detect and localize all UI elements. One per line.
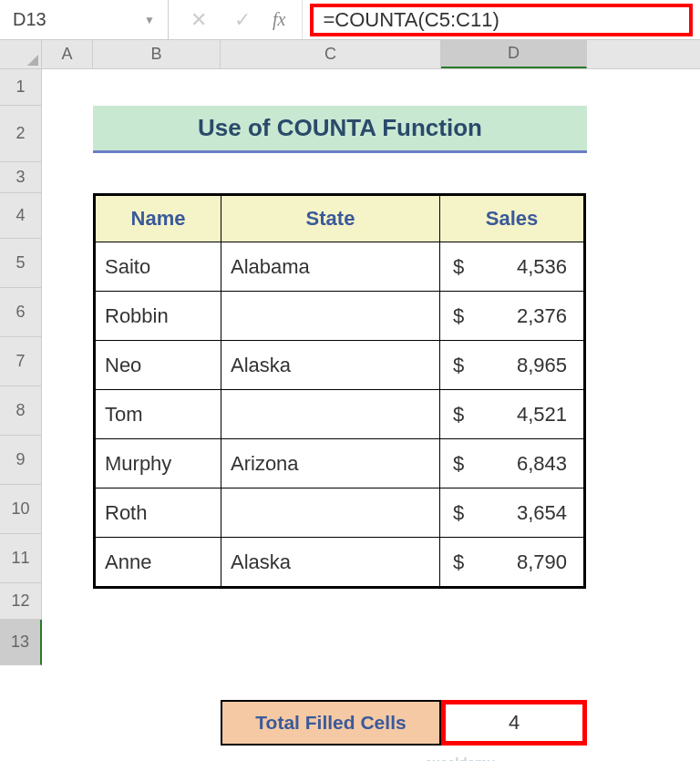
currency-symbol: $ (449, 452, 464, 476)
currency-symbol: $ (449, 501, 464, 525)
row-header-6[interactable]: 6 (0, 288, 42, 337)
table-row: Tom$4,521 (96, 390, 584, 439)
column-header-b[interactable]: B (93, 40, 221, 68)
currency-symbol: $ (449, 550, 464, 574)
column-header-c[interactable]: C (221, 40, 441, 68)
cell-sales[interactable]: $2,376 (440, 292, 584, 341)
formula-controls: ✕ ✓ fx (169, 0, 303, 39)
sales-amount: 8,790 (517, 550, 574, 574)
row-header-3[interactable]: 3 (0, 162, 42, 193)
cell-state[interactable]: Alaska (221, 341, 440, 390)
header-state[interactable]: State (221, 196, 440, 242)
header-name[interactable]: Name (96, 196, 221, 242)
cell-sales[interactable]: $8,790 (440, 538, 584, 587)
formula-bar: D13 ▼ ✕ ✓ fx =COUNTA(C5:C11) (0, 0, 700, 40)
row-header-1[interactable]: 1 (0, 69, 42, 106)
cell-sales[interactable]: $8,965 (440, 341, 584, 390)
row-header-12[interactable]: 12 (0, 583, 42, 620)
cell-sales[interactable]: $4,521 (440, 390, 584, 439)
fx-icon[interactable]: fx (273, 9, 285, 30)
row-header-10[interactable]: 10 (0, 485, 42, 534)
currency-symbol: $ (449, 304, 464, 328)
table-row: SaitoAlabama$4,536 (96, 242, 584, 292)
cell-state[interactable] (221, 390, 440, 439)
cell-name[interactable]: Roth (96, 488, 221, 538)
cell-name[interactable]: Saito (96, 242, 221, 292)
cell-sales[interactable]: $3,654 (440, 488, 584, 538)
table-row: NeoAlaska$8,965 (96, 341, 584, 390)
title-text: Use of COUNTA Function (198, 114, 482, 142)
cell-state[interactable] (221, 292, 440, 341)
total-row: Total Filled Cells 4 (221, 700, 587, 746)
sales-amount: 4,521 (517, 403, 574, 427)
sales-amount: 6,843 (517, 452, 574, 476)
row-header-5[interactable]: 5 (0, 239, 42, 288)
cell-name[interactable]: Robbin (96, 292, 221, 341)
cell-state[interactable]: Alabama (221, 242, 440, 292)
sales-amount: 8,965 (517, 354, 574, 377)
cell-name[interactable]: Neo (96, 341, 221, 390)
title-banner: Use of COUNTA Function (93, 106, 587, 153)
cell-state[interactable]: Alaska (221, 538, 440, 587)
formula-input[interactable]: =COUNTA(C5:C11) (310, 4, 693, 36)
row-header-4[interactable]: 4 (0, 193, 42, 239)
row-headers: 1 2 3 4 5 6 7 8 9 10 11 12 13 (0, 69, 42, 665)
formula-text: =COUNTA(C5:C11) (323, 8, 499, 32)
currency-symbol: $ (449, 403, 464, 427)
cells-area[interactable]: Use of COUNTA Function Name State Sales … (42, 69, 700, 665)
row-header-13[interactable]: 13 (0, 620, 42, 665)
row-header-2[interactable]: 2 (0, 106, 42, 162)
table-header-row: Name State Sales (96, 196, 584, 242)
sales-amount: 4,536 (517, 255, 574, 279)
spreadsheet-grid: 1 2 3 4 5 6 7 8 9 10 11 12 13 Use of COU… (0, 69, 700, 665)
cell-reference: D13 (13, 9, 46, 30)
row-header-8[interactable]: 8 (0, 386, 42, 436)
cell-sales[interactable]: $6,843 (440, 439, 584, 488)
select-all-corner[interactable] (0, 40, 42, 68)
currency-symbol: $ (449, 354, 464, 377)
row-header-9[interactable]: 9 (0, 436, 42, 485)
cell-name[interactable]: Tom (96, 390, 221, 439)
cell-name[interactable]: Anne (96, 538, 221, 587)
column-header-d[interactable]: D (441, 40, 587, 68)
currency-symbol: $ (449, 255, 464, 279)
total-value: 4 (509, 711, 520, 735)
row-header-11[interactable]: 11 (0, 534, 42, 583)
total-label[interactable]: Total Filled Cells (221, 700, 441, 746)
cell-state[interactable]: Arizona (221, 439, 440, 488)
confirm-icon[interactable]: ✓ (234, 8, 251, 32)
header-sales[interactable]: Sales (440, 196, 584, 242)
table-row: Robbin$2,376 (96, 292, 584, 341)
total-value-cell[interactable]: 4 (441, 700, 587, 746)
watermark: exceldemy EXCEL • DATA • BI (405, 755, 504, 761)
column-headers: A B C D (0, 40, 700, 69)
row-header-7[interactable]: 7 (0, 337, 42, 386)
dropdown-icon[interactable]: ▼ (144, 14, 155, 26)
data-table: Name State Sales SaitoAlabama$4,536Robbi… (93, 193, 586, 589)
cell-sales[interactable]: $4,536 (440, 242, 584, 292)
watermark-brand: exceldemy (425, 755, 495, 761)
cell-name[interactable]: Murphy (96, 439, 221, 488)
sales-amount: 2,376 (517, 304, 574, 328)
table-row: Roth$3,654 (96, 488, 584, 538)
cancel-icon[interactable]: ✕ (185, 8, 212, 32)
cell-state[interactable] (221, 488, 440, 538)
column-header-a[interactable]: A (42, 40, 93, 68)
name-box[interactable]: D13 ▼ (0, 0, 169, 39)
sales-amount: 3,654 (517, 501, 574, 525)
table-row: MurphyArizona$6,843 (96, 439, 584, 488)
table-row: AnneAlaska$8,790 (96, 538, 584, 587)
